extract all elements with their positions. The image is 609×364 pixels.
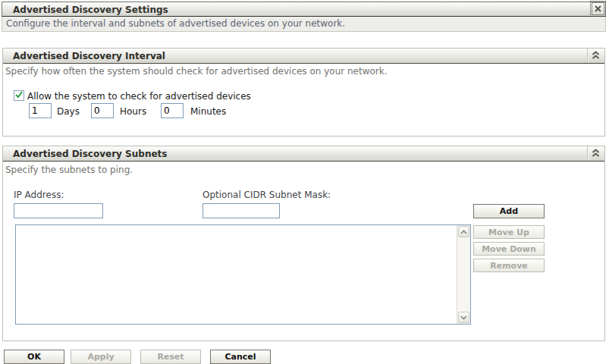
- move-down-button[interactable]: Move Down: [473, 242, 545, 256]
- subnets-section-title: Advertised Discovery Subnets: [13, 149, 167, 159]
- interval-description: Specify how often the system should chec…: [5, 66, 388, 77]
- interval-section-title: Advertised Discovery Interval: [13, 51, 165, 61]
- subnets-collapse-button[interactable]: [589, 148, 602, 160]
- header-divider: [587, 49, 588, 63]
- interval-section: Advertised Discovery Interval Specify ho…: [2, 48, 605, 136]
- cidr-mask-input[interactable]: [202, 203, 280, 218]
- minutes-input[interactable]: [161, 103, 184, 118]
- hours-label: Hours: [120, 106, 146, 117]
- close-icon: [592, 2, 604, 15]
- scroll-up-button[interactable]: [458, 226, 469, 237]
- allow-check-label: Allow the system to check for advertised…: [27, 91, 251, 102]
- dialog-subtitle: Configure the interval and subnets of ad…: [2, 17, 606, 32]
- subnets-section: Advertised Discovery Subnets Specify the…: [2, 146, 605, 341]
- dialog-title-bar: Advertised Discovery Settings: [2, 2, 606, 17]
- days-label: Days: [57, 106, 80, 117]
- minutes-label: Minutes: [190, 106, 226, 117]
- reset-button[interactable]: Reset: [140, 350, 201, 364]
- interval-collapse-button[interactable]: [589, 50, 602, 62]
- ip-address-label: IP Address:: [14, 190, 64, 200]
- subnet-listbox[interactable]: [15, 224, 471, 325]
- allow-check-checkbox[interactable]: [14, 90, 24, 101]
- chevron-double-up-icon: [590, 50, 601, 63]
- hours-input[interactable]: [91, 103, 114, 118]
- subnets-description: Specify the subnets to ping.: [5, 165, 133, 175]
- ok-button[interactable]: OK: [4, 350, 64, 364]
- add-button[interactable]: Add: [473, 204, 545, 218]
- scroll-down-button[interactable]: [458, 312, 469, 323]
- ip-address-input[interactable]: [14, 203, 103, 218]
- dialog-title: Advertised Discovery Settings: [13, 5, 168, 15]
- chevron-down-icon: [460, 312, 467, 322]
- move-up-button[interactable]: Move Up: [473, 225, 545, 239]
- remove-button[interactable]: Remove: [473, 259, 545, 272]
- apply-button[interactable]: Apply: [71, 350, 131, 364]
- cidr-mask-label: Optional CIDR Subnet Mask:: [202, 190, 331, 200]
- advertised-discovery-settings-dialog: Advertised Discovery Settings Configure …: [0, 0, 609, 364]
- listbox-scrollbar[interactable]: [457, 225, 470, 324]
- header-divider: [587, 146, 588, 161]
- interval-section-header: Advertised Discovery Interval: [3, 49, 604, 64]
- subnets-section-header: Advertised Discovery Subnets: [3, 146, 604, 162]
- cancel-button[interactable]: Cancel: [210, 350, 271, 364]
- days-input[interactable]: [29, 103, 52, 118]
- chevron-double-up-icon: [590, 148, 601, 161]
- check-icon: [14, 90, 24, 102]
- close-button[interactable]: [590, 1, 606, 17]
- chevron-up-icon: [460, 227, 467, 237]
